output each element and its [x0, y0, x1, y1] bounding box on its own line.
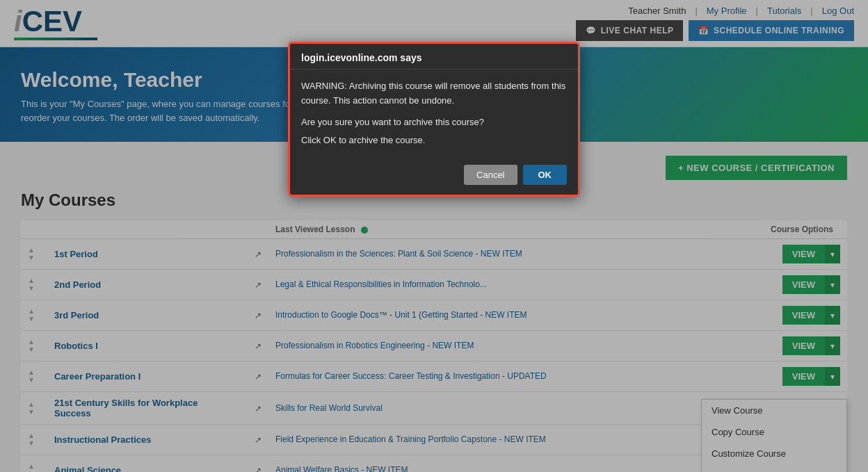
modal-confirm-instruction: Click OK to archive the course. [301, 133, 567, 148]
modal-warning: WARNING: Archiving this course will remo… [301, 79, 567, 108]
modal-body: WARNING: Archiving this course will remo… [290, 70, 578, 158]
modal-title: login.icevonline.com says [290, 44, 578, 70]
modal-cancel-button[interactable]: Cancel [464, 165, 517, 185]
modal-confirm-question: Are you sure you want to archive this co… [301, 115, 567, 130]
modal-overlay: login.icevonline.com says WARNING: Archi… [0, 0, 868, 472]
modal-footer: Cancel OK [290, 158, 578, 195]
modal-ok-button[interactable]: OK [523, 165, 568, 185]
archive-confirm-dialog: login.icevonline.com says WARNING: Archi… [288, 42, 580, 197]
